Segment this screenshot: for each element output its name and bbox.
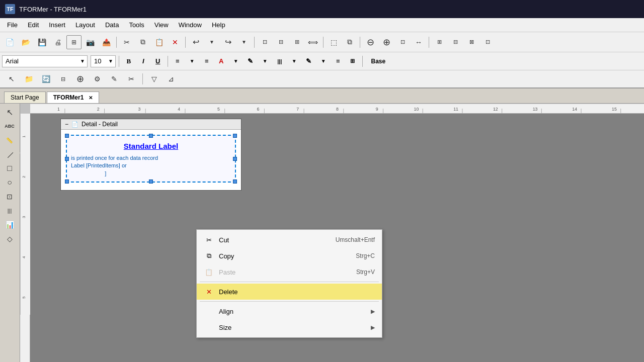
cut-button[interactable]: ✂ <box>119 35 134 49</box>
menu-item-help[interactable]: Help <box>207 19 230 31</box>
menu-item-view[interactable]: View <box>149 19 174 31</box>
menu-item-data[interactable]: Data <box>100 19 124 31</box>
tab-close-icon[interactable]: ✕ <box>89 95 93 101</box>
zoom-in-btn[interactable]: ⊕ <box>379 35 394 49</box>
tab-start-page[interactable]: Start Page <box>4 92 46 103</box>
align-dropdown[interactable]: ▼ <box>186 55 199 67</box>
zoom-out-btn[interactable]: ⊖ <box>363 35 378 49</box>
flip-btn[interactable]: ⟺ <box>305 35 320 49</box>
ctx-copy[interactable]: ⧉ Copy Strg+C <box>197 248 382 264</box>
grid-fmt-btn[interactable]: ⊞ <box>346 55 359 67</box>
save-button[interactable]: 💾 <box>34 35 49 49</box>
size-dropdown-arrow[interactable]: ▼ <box>106 58 115 64</box>
copy-button[interactable]: ⧉ <box>135 35 150 49</box>
filter2-tool[interactable]: ⊿ <box>164 72 179 86</box>
redo-button[interactable]: ↪ <box>220 35 235 49</box>
ellipse-tool[interactable]: ○ <box>1 176 18 189</box>
image-tool[interactable]: ⊡ <box>1 190 18 203</box>
ctx-size[interactable]: Size ▶ <box>197 319 382 335</box>
selected-element[interactable]: Standard Label is printed once for each … <box>66 135 236 183</box>
highlight-dropdown[interactable]: ▼ <box>259 55 272 67</box>
pencil-tool[interactable]: ✎ <box>107 72 122 86</box>
barcode-btn[interactable]: ||| <box>273 55 286 67</box>
print-button[interactable]: 🖨 <box>50 35 65 49</box>
handle-tl[interactable] <box>65 134 69 138</box>
ctx-align[interactable]: Align ▶ <box>197 303 382 319</box>
export-btn[interactable]: ⬚ <box>326 35 341 49</box>
select-btn[interactable]: ⊡ <box>257 35 272 49</box>
frame-title: Detail - Detail <box>82 121 118 128</box>
menu-item-window[interactable]: Window <box>174 19 207 31</box>
refresh-tool[interactable]: 🔄 <box>38 72 53 86</box>
svg-text:15: 15 <box>612 107 617 112</box>
new-button[interactable]: 📄 <box>2 35 17 49</box>
menu-item-layout[interactable]: Layout <box>70 19 100 31</box>
chart-tool[interactable]: 📊 <box>1 218 18 231</box>
paste-button[interactable]: 📋 <box>151 35 167 49</box>
handle-tc[interactable] <box>149 134 153 138</box>
abc-tool[interactable]: ABC <box>1 120 18 133</box>
settings-tool[interactable]: ⚙ <box>90 72 105 86</box>
ctx-cut[interactable]: ✂ Cut Umschalt+Entf <box>197 232 382 248</box>
handle-bc[interactable] <box>149 179 153 184</box>
handle-mr[interactable] <box>233 157 237 161</box>
grid3-btn[interactable]: ⊠ <box>464 35 479 49</box>
menu-item-tools[interactable]: Tools <box>124 19 149 31</box>
font-color-btn[interactable]: A <box>215 55 228 67</box>
handle-bl[interactable] <box>65 179 69 184</box>
barcode-dropdown[interactable]: ▼ <box>288 55 301 67</box>
filter1-tool[interactable]: ▽ <box>146 72 162 86</box>
tab-start-label: Start Page <box>11 94 39 101</box>
handle-br[interactable] <box>233 179 237 184</box>
barcode-tool[interactable]: ||| <box>1 204 18 217</box>
scissors-tool[interactable]: ✂ <box>124 72 139 86</box>
base-label[interactable]: Base <box>366 55 391 67</box>
canvas[interactable]: − 📄 Detail - Detail <box>30 114 644 362</box>
handle-tr[interactable] <box>233 134 237 138</box>
handle-ml[interactable] <box>65 157 69 161</box>
font-dropdown-arrow[interactable]: ▼ <box>78 58 87 64</box>
zoom-fit-btn[interactable]: ⊡ <box>395 35 410 49</box>
redo-arrow[interactable]: ▼ <box>236 35 252 49</box>
tab-tformer1[interactable]: TFORMer1 ✕ <box>47 92 99 103</box>
pointer-tool[interactable]: ↖ <box>4 72 19 86</box>
lines-btn[interactable]: ≡ <box>332 55 345 67</box>
grid4-btn[interactable]: ⊡ <box>480 35 495 49</box>
delete-button[interactable]: ✕ <box>168 35 183 49</box>
add-field-tool[interactable]: ⊕ <box>72 72 88 86</box>
align-center-btn[interactable]: ≡ <box>200 55 213 67</box>
table-button[interactable]: ⊞ <box>66 35 82 49</box>
underline-button[interactable]: U <box>151 55 165 67</box>
bold-button[interactable]: B <box>122 55 135 67</box>
rectangle-tool[interactable]: □ <box>1 162 18 175</box>
undo-button[interactable]: ↩ <box>188 35 203 49</box>
collapse-button[interactable]: − <box>65 121 68 128</box>
highlight-btn[interactable]: ✎ <box>244 55 257 67</box>
align-left-btn[interactable]: ≡ <box>171 55 184 67</box>
grid2-btn[interactable]: ⊟ <box>448 35 463 49</box>
dataview-tool[interactable]: ⊟ <box>55 72 70 86</box>
open-button[interactable]: 📂 <box>18 35 33 49</box>
pen-dropdown[interactable]: ▼ <box>317 55 330 67</box>
align-btn[interactable]: ⊟ <box>273 35 288 49</box>
selector-tool[interactable]: ↖ <box>1 106 18 119</box>
svg-text:2: 2 <box>22 175 26 178</box>
ctx-delete[interactable]: ✕ Delete <box>197 284 382 300</box>
folder-tool[interactable]: 📁 <box>21 72 36 86</box>
svg-rect-33 <box>20 114 30 315</box>
copy2-btn[interactable]: ⧉ <box>342 35 357 49</box>
zoom-width-btn[interactable]: ↔ <box>411 35 426 49</box>
menu-item-file[interactable]: File <box>2 19 23 31</box>
undo-arrow[interactable]: ▼ <box>204 35 219 49</box>
font-color-dropdown[interactable]: ▼ <box>229 55 243 67</box>
grid-btn[interactable]: ⊞ <box>432 35 447 49</box>
italic-button[interactable]: I <box>137 55 150 67</box>
screenshot-button[interactable]: 📷 <box>83 35 98 49</box>
send-button[interactable]: 📤 <box>99 35 114 49</box>
shape-tool[interactable]: ◇ <box>1 232 18 245</box>
menu-item-insert[interactable]: Insert <box>44 19 70 31</box>
pen-btn[interactable]: ✎ <box>302 55 315 67</box>
align2-btn[interactable]: ⊞ <box>289 35 304 49</box>
menu-item-edit[interactable]: Edit <box>23 19 44 31</box>
svg-text:1: 1 <box>22 135 26 138</box>
